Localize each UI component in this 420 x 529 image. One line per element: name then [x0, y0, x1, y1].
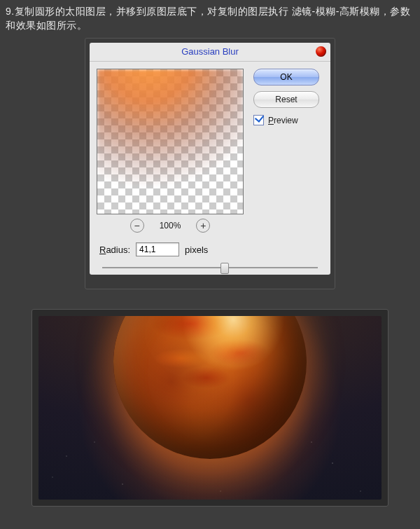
zoom-out-button[interactable]: − — [130, 219, 144, 233]
close-icon[interactable] — [316, 46, 326, 57]
checkbox-checked-icon[interactable] — [253, 115, 264, 125]
slider-track — [102, 267, 318, 268]
minus-icon: − — [134, 221, 140, 231]
radius-slider[interactable] — [102, 261, 318, 275]
ok-button[interactable]: OK — [253, 69, 319, 85]
radius-row: Radius: pixels — [90, 242, 330, 261]
slider-thumb[interactable] — [220, 263, 229, 274]
zoom-percentage: 100% — [160, 221, 181, 231]
result-image — [38, 316, 382, 500]
preview-thumbnail[interactable] — [97, 69, 244, 214]
radius-input[interactable] — [136, 242, 179, 256]
preview-content — [97, 69, 243, 214]
preview-checkbox-row[interactable]: Preview — [253, 115, 323, 125]
dialog-frame: Gaussian Blur − 100% + OK Reset Preview … — [85, 38, 335, 289]
reset-button[interactable]: Reset — [253, 91, 319, 108]
preview-label: Preview — [268, 116, 298, 125]
result-frame — [31, 309, 388, 507]
dialog-titlebar[interactable]: Gaussian Blur — [90, 43, 330, 62]
instruction-text: 9.复制圆形的太阳图层，并移到原图层底下，对复制的图层执行 滤镜-模糊-高斯模糊… — [0, 0, 420, 38]
zoom-in-button[interactable]: + — [196, 219, 210, 233]
radius-unit: pixels — [185, 245, 208, 255]
dialog-title: Gaussian Blur — [90, 43, 330, 61]
radius-label: Radius: — [99, 245, 130, 255]
gaussian-blur-dialog: Gaussian Blur − 100% + OK Reset Preview … — [90, 43, 330, 275]
plus-icon: + — [200, 221, 206, 231]
